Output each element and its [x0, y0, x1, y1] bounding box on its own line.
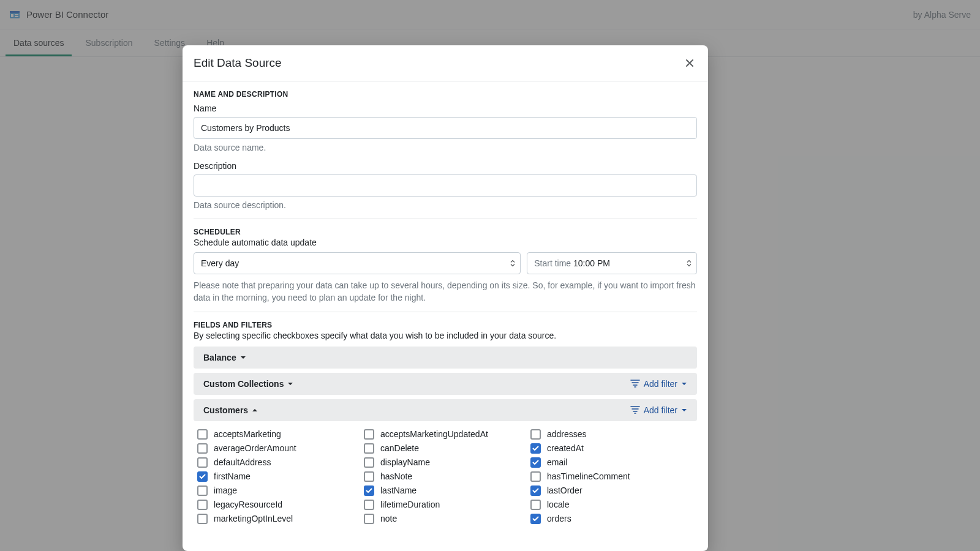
caret-down-icon [240, 356, 246, 359]
field-label: acceptsMarketing [214, 429, 281, 439]
field-checkbox-firstName[interactable]: firstName [197, 471, 360, 482]
field-checkbox-createdAt[interactable]: createdAt [530, 443, 693, 454]
checkbox-icon [197, 485, 208, 496]
checkbox-icon [197, 471, 208, 482]
filter-icon [630, 380, 640, 388]
checkbox-icon [197, 514, 208, 524]
close-button[interactable] [682, 56, 697, 70]
field-label: firstName [214, 471, 251, 481]
field-label: averageOrderAmount [214, 443, 296, 453]
caret-down-icon [287, 382, 293, 386]
frequency-select[interactable]: Every day [194, 252, 521, 274]
field-label: createdAt [547, 443, 584, 453]
checkbox-icon [364, 443, 374, 454]
description-label: Description [194, 161, 697, 171]
field-label: marketingOptInLevel [214, 514, 293, 523]
frequency-value: Every day [201, 258, 239, 268]
divider [194, 219, 697, 219]
field-label: email [547, 457, 567, 467]
field-checkbox-defaultAddress[interactable]: defaultAddress [197, 457, 360, 468]
checkbox-icon [364, 500, 374, 510]
field-checkbox-lastOrder[interactable]: lastOrder [530, 485, 693, 496]
field-label: lastOrder [547, 485, 582, 495]
field-checkbox-acceptsMarketing[interactable]: acceptsMarketing [197, 429, 360, 440]
field-checkbox-canDelete[interactable]: canDelete [364, 443, 527, 454]
edit-data-source-modal: Edit Data Source NAME AND DESCRIPTION Na… [183, 45, 708, 551]
checkbox-icon [197, 443, 208, 454]
description-input[interactable] [194, 174, 697, 197]
field-checkbox-legacyResourceId[interactable]: legacyResourceId [197, 500, 360, 510]
checkbox-icon [530, 443, 541, 454]
add-filter-button[interactable]: Add filter [630, 379, 687, 389]
name-input[interactable] [194, 117, 697, 139]
accordion-custom-collections[interactable]: Custom Collections Add filter [194, 373, 697, 395]
field-label: canDelete [380, 443, 419, 453]
customer-fields-grid: acceptsMarketingacceptsMarketingUpdatedA… [194, 425, 697, 529]
fields-subtitle: By selecting specific checkboxes specify… [194, 331, 697, 340]
field-checkbox-email[interactable]: email [530, 457, 693, 468]
scheduler-subtitle: Schedule automatic data update [194, 238, 697, 247]
field-checkbox-lifetimeDuration[interactable]: lifetimeDuration [364, 500, 527, 510]
field-checkbox-image[interactable]: image [197, 485, 360, 496]
field-label: addresses [547, 429, 587, 439]
field-label: legacyResourceId [214, 500, 282, 509]
field-checkbox-averageOrderAmount[interactable]: averageOrderAmount [197, 443, 360, 454]
section-fields-filters: FIELDS AND FILTERS [194, 321, 697, 329]
checkbox-icon [364, 471, 374, 482]
caret-down-icon [681, 408, 687, 412]
field-checkbox-marketingOptInLevel[interactable]: marketingOptInLevel [197, 514, 360, 524]
accordion-balance[interactable]: Balance [194, 347, 697, 369]
field-label: lifetimeDuration [380, 500, 440, 509]
filter-icon [630, 406, 640, 414]
section-scheduler: SCHEDULER [194, 228, 697, 236]
field-checkbox-displayName[interactable]: displayName [364, 457, 527, 468]
field-label: note [380, 514, 397, 523]
name-helper: Data source name. [194, 143, 697, 152]
accordion-customers[interactable]: Customers Add filter [194, 399, 697, 421]
checkbox-icon [364, 514, 374, 524]
description-helper: Data source description. [194, 200, 697, 210]
add-filter-button[interactable]: Add filter [630, 405, 687, 415]
scheduler-note: Please note that preparing your data can… [194, 279, 697, 304]
checkbox-icon [364, 485, 374, 496]
field-label: lastName [380, 485, 417, 495]
select-caret-icon [687, 260, 692, 267]
caret-down-icon [681, 382, 687, 386]
checkbox-icon [530, 485, 541, 496]
field-label: locale [547, 500, 570, 509]
checkbox-icon [364, 457, 374, 468]
field-label: displayName [380, 457, 430, 467]
field-label: hasTimelineComment [547, 471, 630, 481]
field-label: defaultAddress [214, 457, 271, 467]
start-time-select[interactable]: Start time 10:00 PM [527, 252, 697, 274]
modal-title: Edit Data Source [194, 56, 282, 70]
checkbox-icon [530, 514, 541, 524]
field-checkbox-orders[interactable]: orders [530, 514, 693, 524]
field-checkbox-locale[interactable]: locale [530, 500, 693, 510]
start-time-prefix: Start time [534, 258, 571, 268]
divider [194, 312, 697, 312]
checkbox-icon [197, 500, 208, 510]
caret-up-icon [252, 408, 258, 412]
checkbox-icon [530, 457, 541, 468]
field-label: image [214, 485, 237, 495]
field-label: orders [547, 514, 571, 523]
field-checkbox-hasNote[interactable]: hasNote [364, 471, 527, 482]
start-time-value: 10:00 PM [573, 258, 610, 268]
field-checkbox-hasTimelineComment[interactable]: hasTimelineComment [530, 471, 693, 482]
field-label: hasNote [380, 471, 412, 481]
close-icon [684, 58, 695, 69]
select-caret-icon [510, 260, 515, 267]
field-checkbox-note[interactable]: note [364, 514, 527, 524]
name-label: Name [194, 103, 697, 113]
field-label: acceptsMarketingUpdatedAt [380, 429, 488, 439]
checkbox-icon [364, 429, 374, 440]
checkbox-icon [530, 429, 541, 440]
section-name-description: NAME AND DESCRIPTION [194, 90, 697, 99]
checkbox-icon [530, 500, 541, 510]
checkbox-icon [530, 471, 541, 482]
checkbox-icon [197, 429, 208, 440]
field-checkbox-addresses[interactable]: addresses [530, 429, 693, 440]
field-checkbox-acceptsMarketingUpdatedAt[interactable]: acceptsMarketingUpdatedAt [364, 429, 527, 440]
field-checkbox-lastName[interactable]: lastName [364, 485, 527, 496]
